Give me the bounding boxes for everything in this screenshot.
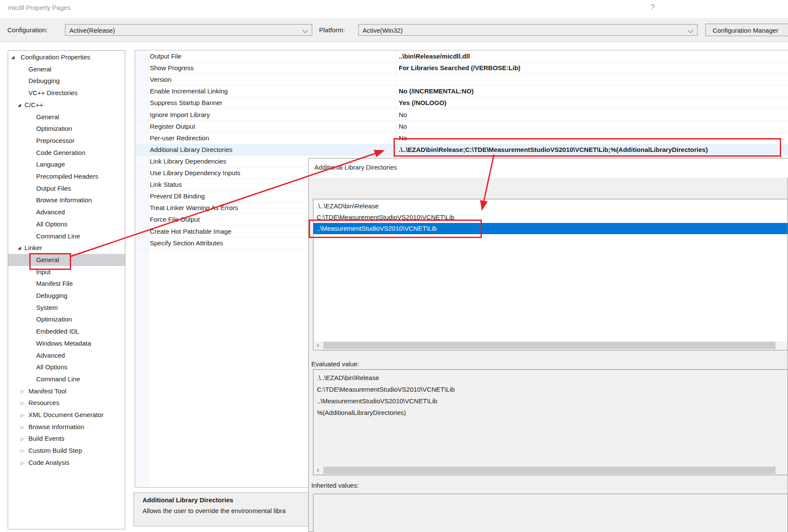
tree-item-vc-directories[interactable]: VC++ Directories xyxy=(8,87,125,99)
property-value[interactable]: ..\bin\Release/micdll.dll xyxy=(399,50,470,62)
grid-row-ignore-import-library[interactable]: Ignore Import LibraryNo xyxy=(135,109,788,121)
tree-item-xml-document-generator[interactable]: ▷XML Document Generator xyxy=(8,409,125,421)
tree-item-language[interactable]: Language xyxy=(8,158,125,170)
help-icon[interactable]: ? xyxy=(650,3,655,12)
tree-item-output-files[interactable]: Output Files xyxy=(8,182,125,195)
property-label: Register Output xyxy=(150,121,195,132)
property-label: Force File Output xyxy=(150,213,200,225)
tree-item-advanced[interactable]: Advanced xyxy=(8,206,125,218)
property-value[interactable]: No xyxy=(399,109,407,121)
property-value[interactable]: Yes (/NOLOGO) xyxy=(399,97,447,108)
dialog-titlebar[interactable]: Additional Library Directories xyxy=(309,158,788,178)
tree-item-label: Manifest Tool xyxy=(28,385,66,397)
collapsed-icon[interactable]: ▷ xyxy=(21,433,24,445)
tree-item-label: Resources xyxy=(28,397,59,409)
tree-item-label: Advanced xyxy=(36,206,65,218)
grid-row-register-output[interactable]: Register OutputNo xyxy=(135,121,788,133)
tree-item-manifest-file[interactable]: Manifest File xyxy=(8,278,125,290)
tree-item-precompiled-headers[interactable]: Precompiled Headers xyxy=(8,170,125,182)
tree-item-label: All Options xyxy=(36,361,68,373)
tree-item-label: VC++ Directories xyxy=(28,87,78,99)
tree-item-all-options[interactable]: All Options xyxy=(8,218,125,230)
collapsed-icon[interactable]: ▷ xyxy=(21,421,24,433)
expanded-icon[interactable]: ◢ xyxy=(18,242,21,254)
tree-item-label: General xyxy=(36,111,59,123)
tree-item-code-analysis[interactable]: ▷Code Analysis xyxy=(8,457,125,469)
tree-item-label: Language xyxy=(36,158,65,170)
tree-item-general[interactable]: General xyxy=(8,111,125,123)
tree-item-custom-build-step[interactable]: ▷Custom Build Step xyxy=(8,445,125,457)
tree-item-all-options[interactable]: All Options xyxy=(8,361,125,373)
scrollbar-thumb[interactable] xyxy=(323,467,776,474)
grid-row-version[interactable]: Version xyxy=(135,74,788,86)
platform-label: Platform: xyxy=(319,25,345,36)
tree-item-label: Manifest File xyxy=(36,278,73,290)
property-pages-window: micdll Property Pages ? Configuration: A… xyxy=(0,0,788,532)
property-tree: ◢Configuration PropertiesGeneralDebuggin… xyxy=(8,50,125,529)
property-value[interactable]: No xyxy=(399,121,407,132)
tree-item-command-line[interactable]: Command Line xyxy=(8,373,125,385)
tree-item-windows-metadata[interactable]: Windows Metadata xyxy=(8,337,125,350)
tree-item-label: Command Line xyxy=(36,373,80,385)
tree-item-browse-information[interactable]: ▷Browse Information xyxy=(8,421,125,433)
tree-item-build-events[interactable]: ▷Build Events xyxy=(8,433,125,445)
evaluated-line: .\..\EZAD\bin\Release xyxy=(313,372,788,384)
evaluated-hscrollbar[interactable]: ‹ xyxy=(314,466,788,474)
expanded-icon[interactable]: ◢ xyxy=(11,51,15,63)
evaluated-value-box: .\..\EZAD\bin\ReleaseC:\TDE\MeasurementS… xyxy=(313,369,788,475)
tree-item-label: Command Line xyxy=(36,230,80,242)
tree-item-resources[interactable]: ▷Resources xyxy=(8,397,125,409)
collapsed-icon[interactable]: ▷ xyxy=(21,397,24,409)
tree-item-code-generation[interactable]: Code Generation xyxy=(8,147,125,159)
collapsed-icon[interactable]: ▷ xyxy=(21,409,24,421)
tree-item-label: Output Files xyxy=(36,182,71,195)
window-title: micdll Property Pages xyxy=(8,4,71,11)
tree-item-label: All Options xyxy=(36,218,68,230)
tree-item-optimization[interactable]: Optimization xyxy=(8,313,125,325)
directory-list-item[interactable]: .\..\EZAD\bin\Release xyxy=(313,201,788,212)
scroll-left-icon[interactable]: ‹ xyxy=(314,341,322,350)
scroll-left-icon[interactable]: ‹ xyxy=(314,466,322,474)
property-label: Treat Linker Warning As Errors xyxy=(150,202,238,213)
collapsed-icon[interactable]: ▷ xyxy=(21,385,24,397)
tree-item-configuration-properties[interactable]: ◢Configuration Properties xyxy=(8,51,125,63)
grid-row-enable-incremental-linking[interactable]: Enable Incremental LinkingNo (/INCREMENT… xyxy=(135,85,788,97)
configuration-manager-button[interactable]: Configuration Manager xyxy=(705,24,788,36)
collapsed-icon[interactable]: ▷ xyxy=(21,445,24,457)
tree-item-system[interactable]: System xyxy=(8,302,125,314)
tree-item-preprocessor[interactable]: Preprocessor xyxy=(8,135,125,147)
configuration-dropdown[interactable]: Active(Release) xyxy=(65,24,312,36)
chevron-down-icon xyxy=(302,28,308,33)
tree-item-c-c-[interactable]: ◢C/C++ xyxy=(8,99,125,111)
collapsed-icon[interactable]: ▷ xyxy=(21,457,24,469)
tree-item-label: Custom Build Step xyxy=(28,445,82,457)
description-text: Allows the user to override the environm… xyxy=(143,507,286,514)
tree-item-embedded-idl[interactable]: Embedded IDL xyxy=(8,325,125,337)
grid-row-suppress-startup-banner[interactable]: Suppress Startup BannerYes (/NOLOGO) xyxy=(135,97,788,109)
property-label: Ignore Import Library xyxy=(150,109,210,121)
scrollbar-thumb[interactable] xyxy=(323,342,776,349)
tree-item-browse-information[interactable]: Browse Information xyxy=(8,194,125,206)
property-value[interactable]: For Libraries Searched (/VERBOSE:Lib) xyxy=(399,62,521,74)
tree-item-label: Preprocessor xyxy=(36,135,74,147)
tree-item-optimization[interactable]: Optimization xyxy=(8,123,125,135)
tree-item-linker[interactable]: ◢Linker xyxy=(8,242,125,254)
expanded-icon[interactable]: ◢ xyxy=(18,99,21,111)
tree-item-label: Precompiled Headers xyxy=(36,170,98,182)
tree-item-command-line[interactable]: Command Line xyxy=(8,230,125,242)
grid-row-output-file[interactable]: Output File..\bin\Release/micdll.dll xyxy=(135,50,788,62)
tree-item-debugging[interactable]: Debugging xyxy=(8,290,125,302)
platform-dropdown[interactable]: Active(Win32) xyxy=(358,24,698,36)
tree-item-debugging[interactable]: Debugging xyxy=(8,75,125,87)
property-label: Output File xyxy=(150,50,181,62)
evaluated-line: %(AdditionalLibraryDirectories) xyxy=(313,407,788,418)
tree-item-general[interactable]: General xyxy=(8,63,125,75)
grid-row-show-progress[interactable]: Show ProgressFor Libraries Searched (/VE… xyxy=(135,62,788,74)
chevron-down-icon xyxy=(688,28,693,33)
property-value[interactable]: No (/INCREMENTAL:NO) xyxy=(399,85,474,97)
tree-item-manifest-tool[interactable]: ▷Manifest Tool xyxy=(8,385,125,397)
inherited-values-box xyxy=(313,494,788,532)
directory-list-hscrollbar[interactable]: ‹ xyxy=(314,341,788,350)
tree-item-advanced[interactable]: Advanced xyxy=(8,350,125,362)
configuration-band: Configuration: Active(Release) Platform:… xyxy=(0,18,788,42)
